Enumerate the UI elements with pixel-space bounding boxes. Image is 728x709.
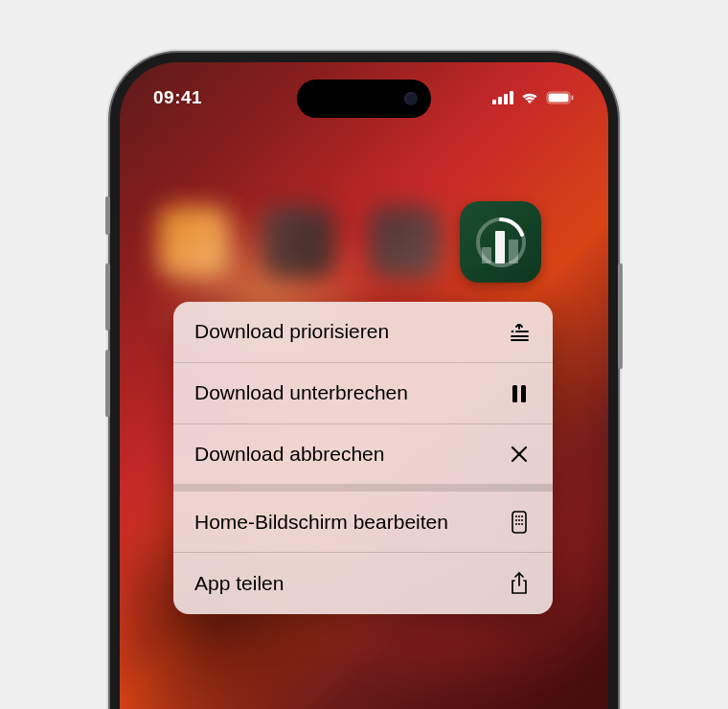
- priority-icon: [507, 324, 532, 341]
- svg-rect-1: [498, 97, 502, 104]
- svg-point-25: [521, 519, 523, 521]
- close-icon: [507, 446, 532, 463]
- phone-screen: 09:41: [120, 62, 608, 709]
- svg-point-22: [521, 515, 523, 517]
- svg-point-21: [518, 515, 520, 517]
- wifi-icon: [520, 91, 539, 104]
- svg-point-11: [512, 330, 514, 332]
- context-menu: Download priorisieren Download unterbrec…: [173, 302, 553, 614]
- cellular-icon: [492, 91, 513, 104]
- svg-rect-3: [510, 91, 513, 104]
- share-icon: [507, 572, 532, 595]
- svg-point-26: [515, 523, 517, 525]
- numbers-app-icon: [472, 214, 530, 271]
- svg-point-28: [521, 523, 523, 525]
- svg-rect-16: [521, 385, 526, 402]
- side-button: [105, 196, 110, 235]
- phone-apps-icon: [507, 511, 532, 534]
- dynamic-island: [297, 80, 431, 118]
- blurred-app-icon: [263, 206, 335, 278]
- svg-point-27: [518, 523, 520, 525]
- menu-item-edit-home-screen[interactable]: Home-Bildschirm bearbeiten: [173, 492, 553, 553]
- blurred-app-icon: [158, 206, 230, 278]
- downloading-app-icon[interactable]: [460, 201, 541, 283]
- svg-rect-2: [504, 94, 508, 104]
- menu-item-label: Download unterbrechen: [194, 380, 507, 405]
- svg-rect-8: [495, 231, 505, 263]
- menu-item-cancel-download[interactable]: Download abbrechen: [173, 424, 553, 492]
- menu-item-prioritize-download[interactable]: Download priorisieren: [173, 302, 553, 363]
- svg-rect-5: [549, 94, 569, 103]
- menu-item-share-app[interactable]: App teilen: [173, 553, 553, 614]
- svg-point-23: [515, 519, 517, 521]
- volume-down-button: [105, 350, 110, 417]
- menu-item-pause-download[interactable]: Download unterbrechen: [173, 363, 553, 424]
- status-time: 09:41: [153, 87, 202, 108]
- power-button: [618, 263, 623, 369]
- volume-up-button: [105, 263, 110, 331]
- status-icons: [492, 91, 575, 104]
- svg-point-24: [518, 519, 520, 521]
- blurred-app-icon: [369, 206, 441, 278]
- menu-item-label: App teilen: [194, 571, 507, 596]
- menu-item-label: Download priorisieren: [194, 319, 507, 344]
- menu-item-label: Home-Bildschirm bearbeiten: [194, 510, 507, 535]
- pause-icon: [507, 385, 532, 402]
- svg-rect-19: [512, 512, 526, 533]
- svg-point-20: [515, 515, 517, 517]
- phone-frame: 09:41: [110, 53, 618, 709]
- menu-item-label: Download abbrechen: [194, 442, 507, 467]
- battery-icon: [546, 91, 575, 104]
- svg-rect-0: [492, 100, 496, 104]
- svg-rect-15: [512, 385, 517, 402]
- svg-rect-6: [572, 96, 574, 101]
